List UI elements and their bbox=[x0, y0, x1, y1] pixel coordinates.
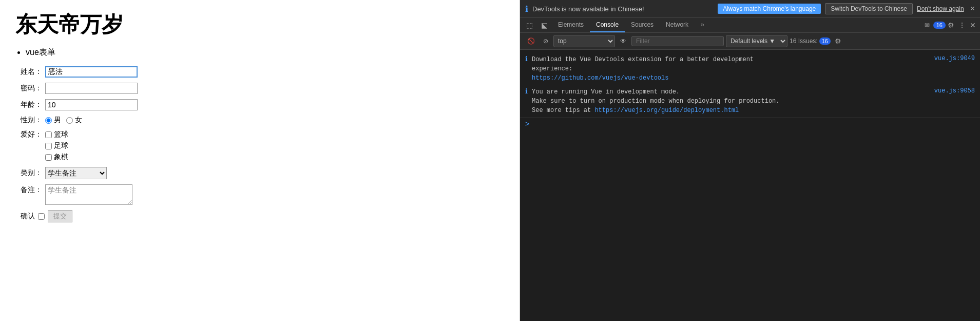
tab-sources[interactable]: Sources bbox=[625, 18, 660, 32]
gender-female-text: 女 bbox=[75, 116, 82, 125]
inspect-icon[interactable]: ⬚ bbox=[522, 18, 537, 32]
console-info-icon-1: ℹ bbox=[525, 55, 528, 63]
devtools-tabs: ⬚ ⬕ Elements Console Sources Network » ✉… bbox=[520, 18, 980, 33]
console-prompt: > bbox=[520, 118, 980, 130]
devtools-notification: ℹ DevTools is now available in Chinese! … bbox=[520, 0, 980, 18]
hobby-chess-checkbox[interactable] bbox=[45, 154, 52, 161]
gender-male-label[interactable]: 男 bbox=[45, 116, 61, 125]
hobby-basketball-checkbox[interactable] bbox=[45, 131, 52, 138]
issues-badge: ✉ 16 bbox=[925, 22, 946, 29]
name-row: 姓名： bbox=[21, 66, 504, 78]
console-info-icon-2: ℹ bbox=[525, 87, 528, 95]
password-row: 密码： bbox=[21, 83, 504, 94]
console-text-1: Download the Vue Devtools extension for … bbox=[532, 55, 930, 83]
hobby-basketball[interactable]: 篮球 bbox=[45, 130, 68, 139]
webpage-panel: 东天帝万岁 vue表单 姓名： 密码： 年龄： 性别： 男 bbox=[0, 0, 520, 321]
name-label: 姓名： bbox=[21, 67, 42, 77]
page-title: 东天帝万岁 bbox=[15, 10, 504, 39]
devtools-settings-icon[interactable]: ⚙ bbox=[946, 20, 956, 30]
gender-male-radio[interactable] bbox=[45, 117, 52, 124]
confirm-row: 确认 提交 bbox=[21, 210, 504, 222]
console-source-1[interactable]: vue.js:9049 bbox=[934, 55, 975, 62]
toolbar-issues-label: 16 Issues: bbox=[790, 37, 818, 45]
name-input[interactable] bbox=[45, 66, 138, 78]
gender-female-radio[interactable] bbox=[66, 117, 73, 124]
info-icon: ℹ bbox=[525, 4, 528, 14]
category-select[interactable]: 学生备注 bbox=[45, 167, 107, 179]
match-language-button[interactable]: Always match Chrome's language bbox=[718, 4, 821, 14]
hobby-basketball-text: 篮球 bbox=[54, 130, 68, 139]
console-source-2[interactable]: vue.js:9058 bbox=[934, 87, 975, 95]
hobby-section: 爱好： 篮球 足球 象棋 bbox=[21, 130, 504, 162]
devtools-more-icon[interactable]: ⋮ bbox=[956, 20, 968, 30]
device-icon[interactable]: ⬕ bbox=[537, 18, 552, 32]
console-message-2: ℹ You are running Vue in development mod… bbox=[520, 85, 980, 118]
notes-row: 备注： bbox=[21, 184, 504, 205]
close-notification-icon[interactable]: × bbox=[970, 4, 975, 13]
hobby-chess[interactable]: 象棋 bbox=[45, 153, 68, 162]
levels-select[interactable]: Default levels ▼ bbox=[726, 35, 787, 47]
tab-console[interactable]: Console bbox=[590, 18, 625, 32]
confirm-label: 确认 bbox=[21, 212, 35, 221]
gender-row: 性别： 男 女 bbox=[21, 116, 504, 125]
gender-male-text: 男 bbox=[54, 116, 61, 125]
hobby-label: 爱好： bbox=[21, 130, 42, 162]
confirm-checkbox[interactable] bbox=[38, 213, 45, 220]
toolbar-settings-icon[interactable]: ⚙ bbox=[833, 36, 843, 46]
notes-textarea[interactable] bbox=[45, 184, 132, 205]
eye-icon[interactable]: 👁 bbox=[617, 36, 629, 46]
devtools-console: ℹ Download the Vue Devtools extension fo… bbox=[520, 50, 980, 321]
age-label: 年龄： bbox=[21, 100, 42, 109]
category-row: 类别： 学生备注 bbox=[21, 167, 504, 179]
tab-more[interactable]: » bbox=[695, 18, 710, 32]
form-area: 姓名： 密码： 年龄： 性别： 男 女 bbox=[21, 66, 504, 222]
hobby-soccer[interactable]: 足球 bbox=[45, 141, 68, 150]
subtitle-bullet: vue表单 bbox=[26, 47, 504, 58]
password-label: 密码： bbox=[21, 84, 42, 93]
clear-console-icon[interactable]: 🚫 bbox=[524, 36, 538, 46]
vue-devtools-link[interactable]: https://github.com/vuejs/vue-devtools bbox=[532, 74, 668, 82]
hobby-soccer-text: 足球 bbox=[54, 141, 68, 150]
toolbar-issues-badge: 16 Issues: 16 bbox=[790, 37, 831, 45]
gender-label: 性别： bbox=[21, 116, 42, 125]
issues-message-icon: ✉ bbox=[925, 22, 930, 29]
devtools-panel: ℹ DevTools is now available in Chinese! … bbox=[520, 0, 980, 321]
devtools-close-icon[interactable]: ✕ bbox=[968, 20, 978, 30]
deployment-link[interactable]: https://vuejs.org/guide/deployment.html bbox=[594, 107, 739, 114]
hobby-checkboxes: 篮球 足球 象棋 bbox=[45, 130, 68, 162]
hobby-soccer-checkbox[interactable] bbox=[45, 143, 52, 149]
toolbar-issues-count: 16 bbox=[819, 37, 831, 45]
dont-show-again-button[interactable]: Don't show again bbox=[917, 5, 964, 12]
console-text-2: You are running Vue in development mode.… bbox=[532, 87, 930, 115]
category-label: 类别： bbox=[21, 168, 42, 178]
gender-female-label[interactable]: 女 bbox=[66, 116, 82, 125]
issues-count-badge: 16 bbox=[933, 22, 946, 29]
switch-devtools-button[interactable]: Switch DevTools to Chinese bbox=[825, 3, 913, 14]
prompt-arrow: > bbox=[525, 120, 529, 128]
notification-text: DevTools is now available in Chinese! bbox=[532, 5, 714, 13]
tab-elements[interactable]: Elements bbox=[552, 18, 590, 32]
password-input[interactable] bbox=[45, 83, 138, 94]
console-message-1: ℹ Download the Vue Devtools extension fo… bbox=[520, 53, 980, 85]
context-select[interactable]: top bbox=[553, 35, 615, 47]
age-row: 年龄： bbox=[21, 99, 504, 110]
filter-input[interactable] bbox=[631, 36, 724, 46]
age-input[interactable] bbox=[45, 99, 138, 110]
devtools-toolbar: 🚫 ⊘ top 👁 Default levels ▼ 16 Issues: 16… bbox=[520, 33, 980, 50]
gender-group: 男 女 bbox=[45, 116, 82, 125]
submit-button[interactable]: 提交 bbox=[48, 210, 72, 222]
block-icon[interactable]: ⊘ bbox=[540, 36, 551, 46]
tab-network[interactable]: Network bbox=[660, 18, 695, 32]
notes-label: 备注： bbox=[21, 184, 42, 205]
hobby-chess-text: 象棋 bbox=[54, 153, 68, 162]
